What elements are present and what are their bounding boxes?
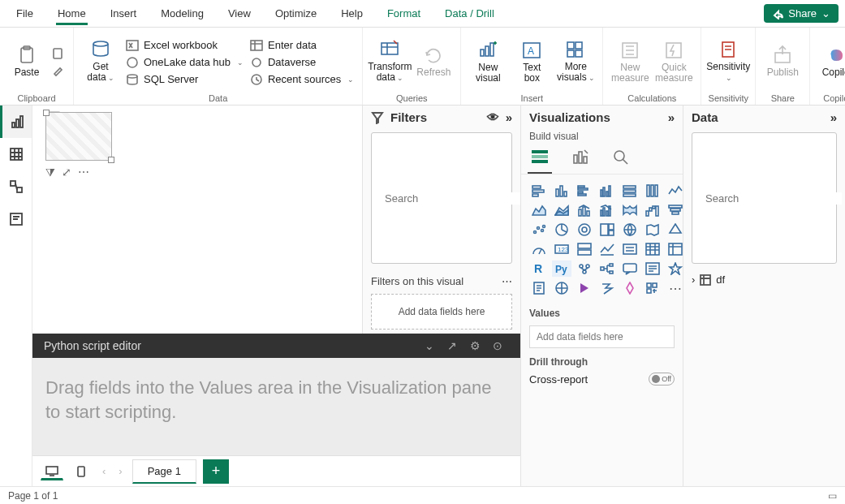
- report-canvas[interactable]: › ⧩ ⤢ ⋯: [32, 106, 362, 334]
- hundred-stacked-column-icon[interactable]: [643, 183, 662, 199]
- slicer-icon[interactable]: [620, 241, 640, 257]
- powerautomate-icon[interactable]: [597, 280, 617, 296]
- recent-sources-button[interactable]: Recent sources⌄: [248, 72, 356, 87]
- transform-data-button[interactable]: Transformdata⌄: [369, 32, 410, 91]
- tab-data-drill[interactable]: Data / Drill: [435, 2, 504, 24]
- enter-data-button[interactable]: Enter data: [248, 38, 356, 53]
- powerapps-icon[interactable]: [575, 280, 594, 296]
- sql-server-button[interactable]: SQL Server: [124, 72, 245, 87]
- script-popout-icon[interactable]: ↗: [441, 339, 463, 352]
- focus-icon[interactable]: ⤢: [62, 166, 71, 179]
- treemap-icon[interactable]: [597, 222, 617, 238]
- desktop-layout-button[interactable]: [41, 463, 63, 480]
- sensitivity-button[interactable]: Sensitivity⌄: [708, 32, 748, 91]
- stacked-area-chart-icon[interactable]: [552, 202, 571, 218]
- build-tab-fields[interactable]: [531, 149, 549, 167]
- card-icon[interactable]: 123: [552, 241, 571, 257]
- qa-visual-icon[interactable]: [620, 261, 640, 277]
- ribbon-chart-icon[interactable]: [620, 202, 640, 218]
- script-run-icon[interactable]: ⊙: [486, 339, 509, 352]
- line-stacked-column-icon[interactable]: [575, 202, 594, 218]
- build-tab-analytics[interactable]: [612, 149, 630, 167]
- collapse-viz-icon[interactable]: »: [668, 110, 675, 124]
- collapse-data-icon[interactable]: »: [830, 110, 837, 124]
- matrix-icon[interactable]: [666, 241, 683, 257]
- new-visual-button[interactable]: Newvisual: [468, 32, 508, 91]
- selected-visual-placeholder[interactable]: [45, 112, 112, 161]
- status-fit-icon[interactable]: ▭: [828, 490, 837, 502]
- tab-optimize[interactable]: Optimize: [265, 2, 326, 24]
- key-influencers-icon[interactable]: [575, 261, 594, 277]
- tab-help[interactable]: Help: [331, 2, 373, 24]
- tab-file[interactable]: File: [6, 2, 43, 24]
- refresh-button[interactable]: Refresh: [413, 32, 454, 91]
- filter-icon[interactable]: ⧩: [45, 166, 55, 179]
- format-painter-button[interactable]: [50, 63, 67, 78]
- model-view-button[interactable]: [0, 170, 32, 203]
- report-view-button[interactable]: [0, 106, 32, 138]
- multirow-card-icon[interactable]: [575, 241, 594, 257]
- copy-button[interactable]: [50, 46, 67, 61]
- tab-view[interactable]: View: [218, 2, 261, 24]
- data-search[interactable]: [692, 132, 837, 264]
- add-page-button[interactable]: +: [203, 459, 229, 484]
- script-settings-icon[interactable]: ⚙: [463, 339, 486, 352]
- eye-icon[interactable]: 👁: [487, 110, 499, 124]
- share-button[interactable]: Share ⌄: [764, 4, 839, 23]
- tab-home[interactable]: Home: [48, 2, 96, 24]
- hundred-stacked-bar-icon[interactable]: [620, 183, 640, 199]
- funnel-chart-icon[interactable]: [666, 202, 683, 218]
- table-view-button[interactable]: [0, 138, 32, 170]
- filled-map-icon[interactable]: [643, 222, 662, 238]
- page-nav-next[interactable]: ›: [115, 465, 125, 477]
- filters-search-input[interactable]: [385, 192, 521, 205]
- data-table-df[interactable]: › df: [683, 270, 845, 289]
- collapse-filters-icon[interactable]: »: [506, 110, 512, 124]
- tab-format[interactable]: Format: [377, 2, 430, 24]
- get-more-visuals-icon[interactable]: [643, 280, 662, 296]
- smart-narrative-icon[interactable]: [643, 261, 662, 277]
- stacked-column-chart-icon[interactable]: [552, 183, 571, 199]
- excel-workbook-button[interactable]: Excel workbook: [124, 38, 245, 53]
- donut-chart-icon[interactable]: [575, 222, 594, 238]
- map-icon[interactable]: [620, 222, 640, 238]
- page-tab-1[interactable]: Page 1: [132, 459, 196, 484]
- line-clustered-column-icon[interactable]: [597, 202, 617, 218]
- scatter-chart-icon[interactable]: [529, 222, 549, 238]
- onelake-button[interactable]: OneLake data hub⌄: [124, 55, 245, 70]
- filters-visual-more-icon[interactable]: ⋯: [502, 275, 512, 287]
- text-box-button[interactable]: A Textbox: [511, 32, 552, 91]
- kpi-icon[interactable]: [597, 241, 617, 257]
- tab-insert[interactable]: Insert: [101, 2, 147, 24]
- area-chart-icon[interactable]: [529, 202, 549, 218]
- paginated-report-icon[interactable]: [529, 280, 549, 296]
- table-visual-icon[interactable]: [643, 241, 662, 257]
- quick-measure-button[interactable]: Quickmeasure: [653, 32, 694, 91]
- pie-chart-icon[interactable]: [552, 222, 571, 238]
- data-search-input[interactable]: [705, 192, 842, 205]
- waterfall-chart-icon[interactable]: [643, 202, 662, 218]
- publish-button[interactable]: Publish: [762, 32, 803, 91]
- more-options-icon[interactable]: ⋯: [78, 166, 89, 179]
- filters-visual-dropzone[interactable]: Add data fields here: [371, 294, 512, 330]
- cross-report-toggle[interactable]: Off: [649, 373, 675, 386]
- gauge-icon[interactable]: [529, 241, 549, 257]
- new-measure-button[interactable]: Newmeasure: [610, 32, 650, 91]
- line-chart-icon[interactable]: [666, 183, 683, 199]
- azure-map-icon[interactable]: [666, 222, 683, 238]
- tab-modeling[interactable]: Modeling: [151, 2, 213, 24]
- python-visual-icon[interactable]: Py: [552, 261, 571, 277]
- script-chevron-icon[interactable]: ⌄: [418, 339, 441, 352]
- dax-view-button[interactable]: [0, 203, 32, 235]
- get-data-button[interactable]: Getdata⌄: [80, 32, 121, 91]
- page-nav-prev[interactable]: ‹: [99, 465, 109, 477]
- clustered-column-chart-icon[interactable]: [597, 183, 617, 199]
- arcgis-icon[interactable]: [552, 280, 571, 296]
- more-visuals-button[interactable]: Morevisuals⌄: [555, 32, 596, 91]
- mobile-layout-button[interactable]: [70, 463, 93, 480]
- copilot-button[interactable]: Copilot: [817, 32, 845, 91]
- filters-search[interactable]: [371, 132, 512, 264]
- more-visuals-overflow-icon[interactable]: ⋯: [666, 280, 683, 296]
- build-tab-format[interactable]: [571, 149, 589, 167]
- values-field-well[interactable]: Add data fields here: [529, 325, 675, 348]
